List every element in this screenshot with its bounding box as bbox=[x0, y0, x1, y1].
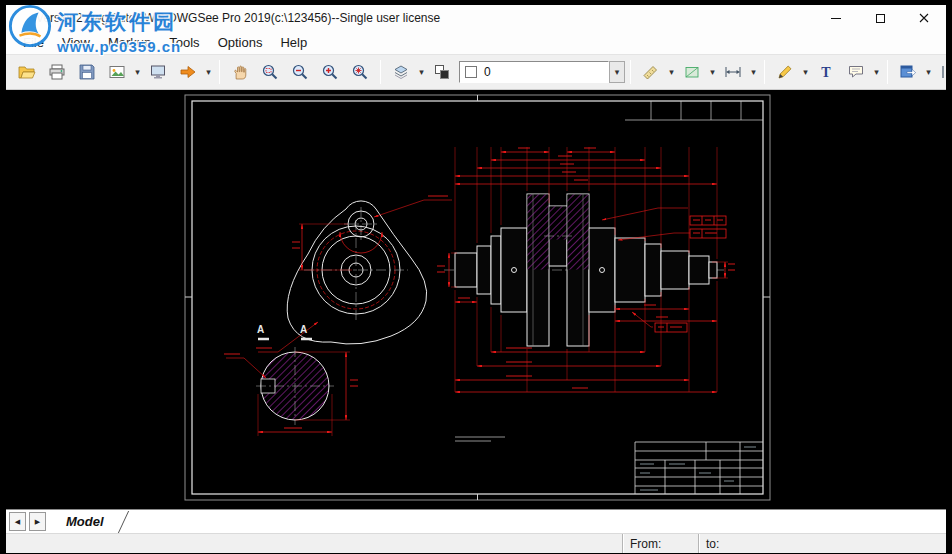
measure-length-dropdown[interactable]: ▾ bbox=[748, 59, 759, 85]
web1-hatch bbox=[528, 195, 549, 270]
toolbar-separator bbox=[380, 60, 381, 84]
zoom-out-button[interactable] bbox=[287, 59, 313, 85]
measure-area-icon bbox=[683, 63, 701, 81]
measure-distance-dropdown[interactable]: ▾ bbox=[666, 59, 677, 85]
close-icon bbox=[919, 13, 929, 23]
markup-pen-dropdown[interactable]: ▾ bbox=[800, 59, 811, 85]
status-main-cell bbox=[6, 534, 622, 553]
printer-icon bbox=[48, 63, 66, 81]
zoom-extents-icon bbox=[351, 63, 369, 81]
toolbar: ▾ ▾ ▾ 0 bbox=[6, 54, 946, 90]
tab-scroll-right-button[interactable]: ▶ bbox=[29, 512, 46, 531]
section-label-a2: A bbox=[300, 324, 307, 335]
left-arrow-icon: ◀ bbox=[15, 518, 20, 526]
convert-dropdown[interactable]: ▾ bbox=[132, 59, 143, 85]
zoom-window-button[interactable] bbox=[257, 59, 283, 85]
close-button[interactable] bbox=[902, 5, 946, 31]
status-bar: From: to: bbox=[6, 533, 946, 553]
status-from-cell: From: bbox=[622, 534, 698, 553]
publish-window-icon bbox=[899, 63, 917, 81]
menu-markup[interactable]: Markup bbox=[99, 33, 160, 52]
menu-options[interactable]: Options bbox=[209, 33, 272, 52]
zoom-window-icon bbox=[261, 63, 279, 81]
layers-dropdown[interactable]: ▾ bbox=[416, 59, 427, 85]
menu-help[interactable]: Help bbox=[271, 33, 316, 52]
measure-area-dropdown[interactable]: ▾ bbox=[707, 59, 718, 85]
save-icon bbox=[78, 63, 96, 81]
background-color-button[interactable] bbox=[429, 59, 455, 85]
crankpin-hatch bbox=[550, 207, 567, 240]
tab-bar: ◀ ▶ Model bbox=[6, 509, 946, 533]
sheet-frame bbox=[185, 95, 770, 500]
zoom-in-button[interactable] bbox=[317, 59, 343, 85]
measure-distance-button[interactable] bbox=[638, 59, 664, 85]
layer-combo-value: 0 bbox=[484, 65, 491, 79]
save-button[interactable] bbox=[74, 59, 100, 85]
section-view bbox=[224, 347, 358, 436]
window-controls bbox=[814, 5, 946, 31]
print-button[interactable] bbox=[44, 59, 70, 85]
menu-file[interactable]: File bbox=[14, 33, 53, 52]
title-block bbox=[635, 442, 763, 494]
section-label-a1: A bbox=[257, 324, 264, 335]
publish-dropdown[interactable]: ▾ bbox=[923, 59, 934, 85]
toolbar-separator bbox=[764, 60, 765, 84]
tab-model[interactable]: Model bbox=[66, 510, 124, 533]
drawing-note bbox=[455, 437, 505, 441]
web2-hatch bbox=[568, 195, 589, 270]
pencil-icon bbox=[776, 63, 794, 81]
export-arrow-icon bbox=[179, 63, 197, 81]
markup-text-button[interactable]: T bbox=[813, 59, 839, 85]
image-convert-icon bbox=[108, 63, 126, 81]
open-button[interactable] bbox=[14, 59, 40, 85]
polyline-button[interactable] bbox=[936, 59, 946, 85]
toolbar-separator bbox=[219, 60, 220, 84]
right-arrow-icon: ▶ bbox=[35, 518, 40, 526]
export-dropdown[interactable]: ▾ bbox=[203, 59, 214, 85]
drawing-canvas[interactable]: A A bbox=[6, 90, 946, 509]
cam-front-view bbox=[256, 196, 452, 352]
menu-tools[interactable]: Tools bbox=[160, 33, 208, 52]
toolbar-separator bbox=[887, 60, 888, 84]
zoom-in-icon bbox=[321, 63, 339, 81]
minimize-icon bbox=[831, 18, 841, 19]
export-button[interactable] bbox=[175, 59, 201, 85]
zoom-extents-button[interactable] bbox=[347, 59, 373, 85]
app-window: Version2.dwg AutoDWG DWGSee Pro 2019(c:\… bbox=[6, 5, 946, 553]
tab-model-label: Model bbox=[66, 514, 104, 529]
markup-cloud-dropdown[interactable]: ▾ bbox=[871, 59, 882, 85]
measure-area-button[interactable] bbox=[679, 59, 705, 85]
screen-capture-icon bbox=[149, 63, 167, 81]
open-folder-icon bbox=[18, 63, 36, 81]
text-tool-icon: T bbox=[817, 63, 835, 81]
convert-button[interactable] bbox=[104, 59, 130, 85]
cad-drawing: A A bbox=[6, 90, 946, 509]
layer-combo-dropdown[interactable]: ▾ bbox=[609, 61, 625, 83]
capture-button[interactable] bbox=[145, 59, 171, 85]
layers-button[interactable] bbox=[388, 59, 414, 85]
status-from-label: From: bbox=[630, 537, 661, 551]
measure-length-icon bbox=[724, 63, 742, 81]
pan-button[interactable] bbox=[227, 59, 253, 85]
tab-edge bbox=[106, 511, 128, 533]
pan-hand-icon bbox=[231, 63, 249, 81]
markup-cloud-button[interactable] bbox=[843, 59, 869, 85]
maximize-button[interactable] bbox=[858, 5, 902, 31]
measure-distance-icon bbox=[642, 63, 660, 81]
layers-icon bbox=[392, 63, 410, 81]
zoom-out-icon bbox=[291, 63, 309, 81]
toolbar-separator bbox=[630, 60, 631, 84]
tab-scroll-left-button[interactable]: ◀ bbox=[9, 512, 26, 531]
measure-length-button[interactable] bbox=[720, 59, 746, 85]
section-cut-marks: A A bbox=[257, 324, 312, 339]
vertical-lines-icon bbox=[940, 63, 946, 81]
title-bar[interactable]: Version2.dwg AutoDWG DWGSee Pro 2019(c:\… bbox=[6, 5, 946, 31]
menu-view[interactable]: View bbox=[53, 33, 99, 52]
maximize-icon bbox=[876, 14, 885, 23]
layer-color-swatch bbox=[465, 66, 477, 78]
markup-pen-button[interactable] bbox=[772, 59, 798, 85]
layer-combo[interactable]: 0 bbox=[459, 61, 609, 83]
publish-button[interactable] bbox=[895, 59, 921, 85]
minimize-button[interactable] bbox=[814, 5, 858, 31]
menu-bar: File View Markup Tools Options Help bbox=[6, 31, 946, 54]
